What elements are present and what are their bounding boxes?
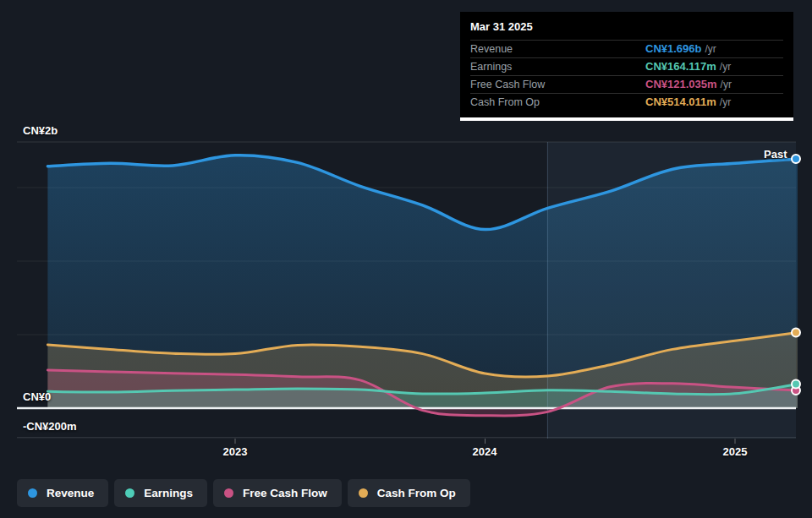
y-axis-label-top: CN¥2b: [23, 124, 58, 137]
legend-label: Cash From Op: [377, 487, 456, 499]
tooltip-value-suffix: /yr: [705, 43, 716, 55]
tooltip-value: CN¥514.011m/yr: [645, 94, 731, 111]
tooltip-row-earnings: Earnings CN¥164.117m/yr: [470, 57, 783, 75]
legend-label: Free Cash Flow: [243, 487, 327, 499]
earnings-dot-icon: [125, 488, 134, 498]
free-cash-flow-dot-icon: [224, 488, 233, 498]
earnings-revenue-history-chart: CN¥2b CN¥0 -CN¥200m 2023 2024 2025 Past …: [0, 0, 812, 518]
legend-label: Earnings: [144, 487, 193, 499]
x-axis-label-2024: 2024: [473, 445, 497, 458]
y-axis-label-bottom: -CN¥200m: [23, 420, 77, 433]
tooltip-label: Earnings: [470, 58, 512, 75]
tooltip-date: Mar 31 2025: [460, 12, 793, 40]
tooltip-value: CN¥121.035m/yr: [645, 76, 732, 93]
legend-toggle-earnings[interactable]: Earnings: [114, 479, 207, 507]
chart-tooltip: Mar 31 2025 Revenue CN¥1.696b/yr Earning…: [460, 12, 793, 121]
cash-from-op-dot-icon: [359, 488, 368, 498]
chart-legend: Revenue Earnings Free Cash Flow Cash Fro…: [17, 479, 470, 507]
tooltip-label: Cash From Op: [470, 94, 540, 111]
legend-label: Revenue: [47, 487, 94, 499]
tooltip-value: CN¥164.117m/yr: [645, 58, 731, 75]
revenue-end-marker: [792, 155, 800, 163]
y-axis-label-zero: CN¥0: [23, 390, 51, 403]
past-period-label: Past: [764, 148, 787, 161]
x-axis-label-2025: 2025: [723, 445, 748, 458]
cash-from-op-end-marker: [792, 329, 800, 337]
legend-toggle-cash-from-op[interactable]: Cash From Op: [348, 479, 470, 507]
tooltip-value-suffix: /yr: [720, 61, 731, 73]
tooltip-row-cash-from-op: Cash From Op CN¥514.011m/yr: [470, 93, 783, 111]
tooltip-label: Revenue: [470, 41, 513, 57]
tooltip-value-suffix: /yr: [720, 96, 731, 108]
tooltip-row-free-cash-flow: Free Cash Flow CN¥121.035m/yr: [470, 75, 783, 93]
tooltip-value-suffix: /yr: [721, 79, 732, 90]
x-axis-label-2023: 2023: [223, 445, 248, 458]
earnings-end-marker: [792, 380, 800, 389]
tooltip-row-revenue: Revenue CN¥1.696b/yr: [470, 40, 783, 57]
legend-toggle-revenue[interactable]: Revenue: [17, 479, 108, 507]
legend-toggle-free-cash-flow[interactable]: Free Cash Flow: [213, 479, 342, 507]
revenue-dot-icon: [28, 488, 37, 498]
tooltip-value: CN¥1.696b/yr: [645, 41, 716, 57]
tooltip-label: Free Cash Flow: [470, 76, 545, 93]
